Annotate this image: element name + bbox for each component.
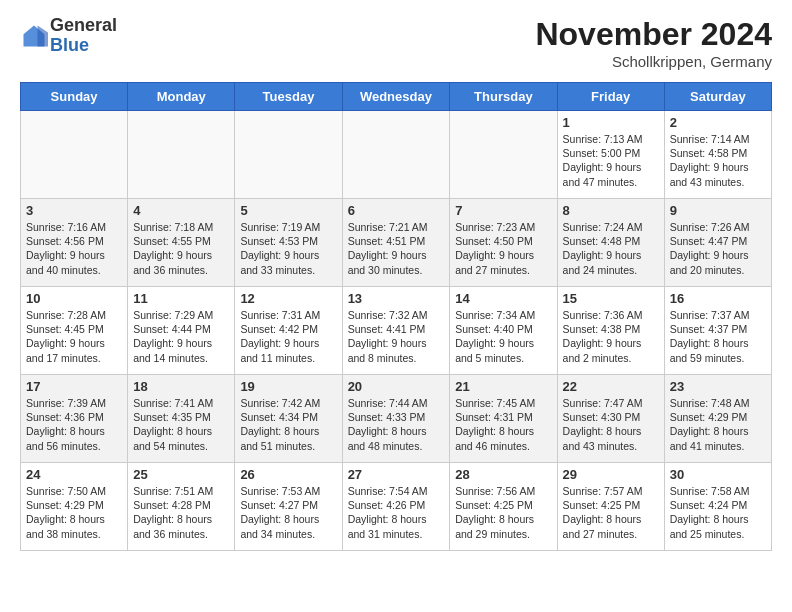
day-info: Sunrise: 7:29 AM Sunset: 4:44 PM Dayligh… bbox=[133, 308, 229, 365]
day-info: Sunrise: 7:13 AM Sunset: 5:00 PM Dayligh… bbox=[563, 132, 659, 189]
day-info: Sunrise: 7:19 AM Sunset: 4:53 PM Dayligh… bbox=[240, 220, 336, 277]
calendar-cell: 24Sunrise: 7:50 AM Sunset: 4:29 PM Dayli… bbox=[21, 463, 128, 551]
day-info: Sunrise: 7:23 AM Sunset: 4:50 PM Dayligh… bbox=[455, 220, 551, 277]
day-number: 16 bbox=[670, 291, 766, 306]
calendar-cell: 26Sunrise: 7:53 AM Sunset: 4:27 PM Dayli… bbox=[235, 463, 342, 551]
calendar-cell: 8Sunrise: 7:24 AM Sunset: 4:48 PM Daylig… bbox=[557, 199, 664, 287]
calendar-cell: 12Sunrise: 7:31 AM Sunset: 4:42 PM Dayli… bbox=[235, 287, 342, 375]
day-number: 2 bbox=[670, 115, 766, 130]
day-info: Sunrise: 7:47 AM Sunset: 4:30 PM Dayligh… bbox=[563, 396, 659, 453]
calendar-table: SundayMondayTuesdayWednesdayThursdayFrid… bbox=[20, 82, 772, 551]
calendar-cell: 4Sunrise: 7:18 AM Sunset: 4:55 PM Daylig… bbox=[128, 199, 235, 287]
calendar-cell: 15Sunrise: 7:36 AM Sunset: 4:38 PM Dayli… bbox=[557, 287, 664, 375]
calendar-cell bbox=[342, 111, 450, 199]
calendar-cell: 29Sunrise: 7:57 AM Sunset: 4:25 PM Dayli… bbox=[557, 463, 664, 551]
day-info: Sunrise: 7:34 AM Sunset: 4:40 PM Dayligh… bbox=[455, 308, 551, 365]
day-number: 7 bbox=[455, 203, 551, 218]
calendar-cell: 14Sunrise: 7:34 AM Sunset: 4:40 PM Dayli… bbox=[450, 287, 557, 375]
title-section: November 2024 Schollkrippen, Germany bbox=[535, 16, 772, 70]
day-number: 26 bbox=[240, 467, 336, 482]
day-info: Sunrise: 7:50 AM Sunset: 4:29 PM Dayligh… bbox=[26, 484, 122, 541]
day-info: Sunrise: 7:37 AM Sunset: 4:37 PM Dayligh… bbox=[670, 308, 766, 365]
calendar-cell: 25Sunrise: 7:51 AM Sunset: 4:28 PM Dayli… bbox=[128, 463, 235, 551]
day-info: Sunrise: 7:24 AM Sunset: 4:48 PM Dayligh… bbox=[563, 220, 659, 277]
day-number: 15 bbox=[563, 291, 659, 306]
calendar-cell: 21Sunrise: 7:45 AM Sunset: 4:31 PM Dayli… bbox=[450, 375, 557, 463]
calendar-body: 1Sunrise: 7:13 AM Sunset: 5:00 PM Daylig… bbox=[21, 111, 772, 551]
calendar-header: SundayMondayTuesdayWednesdayThursdayFrid… bbox=[21, 83, 772, 111]
location-subtitle: Schollkrippen, Germany bbox=[535, 53, 772, 70]
day-info: Sunrise: 7:31 AM Sunset: 4:42 PM Dayligh… bbox=[240, 308, 336, 365]
day-info: Sunrise: 7:14 AM Sunset: 4:58 PM Dayligh… bbox=[670, 132, 766, 189]
day-info: Sunrise: 7:28 AM Sunset: 4:45 PM Dayligh… bbox=[26, 308, 122, 365]
day-header-tuesday: Tuesday bbox=[235, 83, 342, 111]
day-number: 6 bbox=[348, 203, 445, 218]
calendar-week-2: 3Sunrise: 7:16 AM Sunset: 4:56 PM Daylig… bbox=[21, 199, 772, 287]
day-number: 30 bbox=[670, 467, 766, 482]
day-number: 1 bbox=[563, 115, 659, 130]
day-info: Sunrise: 7:48 AM Sunset: 4:29 PM Dayligh… bbox=[670, 396, 766, 453]
day-info: Sunrise: 7:54 AM Sunset: 4:26 PM Dayligh… bbox=[348, 484, 445, 541]
day-number: 23 bbox=[670, 379, 766, 394]
calendar-week-5: 24Sunrise: 7:50 AM Sunset: 4:29 PM Dayli… bbox=[21, 463, 772, 551]
day-info: Sunrise: 7:51 AM Sunset: 4:28 PM Dayligh… bbox=[133, 484, 229, 541]
day-number: 9 bbox=[670, 203, 766, 218]
day-header-thursday: Thursday bbox=[450, 83, 557, 111]
calendar-cell: 22Sunrise: 7:47 AM Sunset: 4:30 PM Dayli… bbox=[557, 375, 664, 463]
day-info: Sunrise: 7:16 AM Sunset: 4:56 PM Dayligh… bbox=[26, 220, 122, 277]
day-info: Sunrise: 7:18 AM Sunset: 4:55 PM Dayligh… bbox=[133, 220, 229, 277]
calendar-cell bbox=[21, 111, 128, 199]
calendar-cell: 19Sunrise: 7:42 AM Sunset: 4:34 PM Dayli… bbox=[235, 375, 342, 463]
day-info: Sunrise: 7:21 AM Sunset: 4:51 PM Dayligh… bbox=[348, 220, 445, 277]
month-title: November 2024 bbox=[535, 16, 772, 53]
day-number: 20 bbox=[348, 379, 445, 394]
day-number: 29 bbox=[563, 467, 659, 482]
day-number: 10 bbox=[26, 291, 122, 306]
logo-blue-text: Blue bbox=[50, 36, 117, 56]
day-number: 25 bbox=[133, 467, 229, 482]
day-info: Sunrise: 7:44 AM Sunset: 4:33 PM Dayligh… bbox=[348, 396, 445, 453]
day-number: 3 bbox=[26, 203, 122, 218]
calendar-cell: 11Sunrise: 7:29 AM Sunset: 4:44 PM Dayli… bbox=[128, 287, 235, 375]
header: General Blue November 2024 Schollkrippen… bbox=[20, 16, 772, 70]
day-number: 28 bbox=[455, 467, 551, 482]
calendar-cell: 30Sunrise: 7:58 AM Sunset: 4:24 PM Dayli… bbox=[664, 463, 771, 551]
day-number: 11 bbox=[133, 291, 229, 306]
day-info: Sunrise: 7:57 AM Sunset: 4:25 PM Dayligh… bbox=[563, 484, 659, 541]
day-number: 22 bbox=[563, 379, 659, 394]
calendar-cell: 9Sunrise: 7:26 AM Sunset: 4:47 PM Daylig… bbox=[664, 199, 771, 287]
day-header-wednesday: Wednesday bbox=[342, 83, 450, 111]
logo-general-text: General bbox=[50, 16, 117, 36]
day-header-row: SundayMondayTuesdayWednesdayThursdayFrid… bbox=[21, 83, 772, 111]
day-number: 19 bbox=[240, 379, 336, 394]
day-info: Sunrise: 7:58 AM Sunset: 4:24 PM Dayligh… bbox=[670, 484, 766, 541]
day-info: Sunrise: 7:36 AM Sunset: 4:38 PM Dayligh… bbox=[563, 308, 659, 365]
day-info: Sunrise: 7:42 AM Sunset: 4:34 PM Dayligh… bbox=[240, 396, 336, 453]
logo: General Blue bbox=[20, 16, 117, 56]
day-info: Sunrise: 7:53 AM Sunset: 4:27 PM Dayligh… bbox=[240, 484, 336, 541]
calendar-week-3: 10Sunrise: 7:28 AM Sunset: 4:45 PM Dayli… bbox=[21, 287, 772, 375]
day-number: 21 bbox=[455, 379, 551, 394]
day-number: 12 bbox=[240, 291, 336, 306]
day-number: 18 bbox=[133, 379, 229, 394]
calendar-cell: 23Sunrise: 7:48 AM Sunset: 4:29 PM Dayli… bbox=[664, 375, 771, 463]
day-header-monday: Monday bbox=[128, 83, 235, 111]
day-info: Sunrise: 7:45 AM Sunset: 4:31 PM Dayligh… bbox=[455, 396, 551, 453]
day-number: 14 bbox=[455, 291, 551, 306]
calendar-cell: 10Sunrise: 7:28 AM Sunset: 4:45 PM Dayli… bbox=[21, 287, 128, 375]
day-header-sunday: Sunday bbox=[21, 83, 128, 111]
day-info: Sunrise: 7:56 AM Sunset: 4:25 PM Dayligh… bbox=[455, 484, 551, 541]
calendar-week-4: 17Sunrise: 7:39 AM Sunset: 4:36 PM Dayli… bbox=[21, 375, 772, 463]
calendar-cell: 17Sunrise: 7:39 AM Sunset: 4:36 PM Dayli… bbox=[21, 375, 128, 463]
day-number: 24 bbox=[26, 467, 122, 482]
calendar-cell: 16Sunrise: 7:37 AM Sunset: 4:37 PM Dayli… bbox=[664, 287, 771, 375]
calendar-cell: 27Sunrise: 7:54 AM Sunset: 4:26 PM Dayli… bbox=[342, 463, 450, 551]
calendar-cell: 7Sunrise: 7:23 AM Sunset: 4:50 PM Daylig… bbox=[450, 199, 557, 287]
calendar-cell bbox=[450, 111, 557, 199]
calendar-cell: 6Sunrise: 7:21 AM Sunset: 4:51 PM Daylig… bbox=[342, 199, 450, 287]
calendar-cell bbox=[235, 111, 342, 199]
day-number: 8 bbox=[563, 203, 659, 218]
calendar-week-1: 1Sunrise: 7:13 AM Sunset: 5:00 PM Daylig… bbox=[21, 111, 772, 199]
logo-icon bbox=[20, 22, 48, 50]
day-header-saturday: Saturday bbox=[664, 83, 771, 111]
